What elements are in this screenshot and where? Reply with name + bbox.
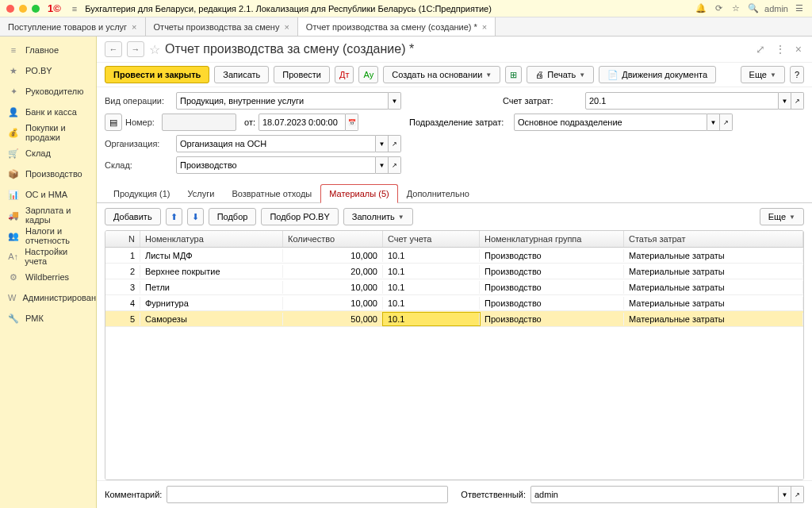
write-button[interactable]: Записать <box>214 66 269 83</box>
sidebar-item[interactable]: A↑Настройки учета <box>0 246 96 267</box>
menu-icon[interactable]: ☰ <box>793 3 806 13</box>
subtab[interactable]: Материалы (5) <box>320 184 397 203</box>
sidebar-item[interactable]: 💰Покупки и продажи <box>0 122 96 143</box>
more-icon[interactable]: ⋮ <box>772 43 788 56</box>
calendar-icon[interactable]: 📅 <box>346 114 358 131</box>
from-label: от: <box>239 117 255 127</box>
pick-poby-button[interactable]: Подбор PO.BY <box>261 208 338 225</box>
open-icon[interactable]: ↗ <box>791 486 804 503</box>
help-button[interactable]: ? <box>790 66 804 83</box>
dropdown-icon[interactable]: ▼ <box>376 156 389 174</box>
document-tab[interactable]: Отчеты производства за смену× <box>146 17 298 36</box>
movements-button[interactable]: 📄 Движения документа <box>599 66 716 83</box>
grid-toolbar: Добавить ⬆ ⬇ Подбор Подбор PO.BY Заполни… <box>97 203 812 230</box>
org-input[interactable]: Организация на ОСН <box>176 135 376 152</box>
wh-input[interactable]: Производство <box>176 156 376 174</box>
sidebar-item[interactable]: WАдминистрирование <box>0 287 96 308</box>
sidebar-item[interactable]: 🛒Склад <box>0 143 96 164</box>
print-button[interactable]: 🖨 Печать▼ <box>527 66 594 83</box>
sidebar-item[interactable]: ✦Руководителю <box>0 81 96 102</box>
subtab[interactable]: Дополнительно <box>398 184 478 202</box>
close-tab-icon[interactable]: × <box>132 22 136 32</box>
materials-grid: N Номенклатура Количество Счет учета Ном… <box>105 230 804 480</box>
ay-ky-icon[interactable]: Ау <box>358 66 378 83</box>
table-row[interactable]: 5Саморезы50,00010.1ПроизводствоМатериаль… <box>105 311 803 327</box>
sidebar-item[interactable]: 👤Банк и касса <box>0 102 96 122</box>
document-tab[interactable]: Отчет производства за смену (создание) *… <box>298 17 496 36</box>
fill-button[interactable]: Заполнить▼ <box>343 208 413 225</box>
user-label[interactable]: admin <box>764 4 788 13</box>
table-row[interactable]: 3Петли10,00010.1ПроизводствоМатериальные… <box>105 279 803 295</box>
favorite-icon[interactable]: ☆ <box>149 42 160 57</box>
dropdown-icon[interactable]: ▼ <box>779 92 791 110</box>
col-qty[interactable]: Количество <box>283 231 383 247</box>
subtab[interactable]: Возвратные отходы <box>223 184 320 202</box>
create-based-button[interactable]: Создать на основании▼ <box>383 66 500 83</box>
grid-body[interactable]: 1Листы МДФ10,00010.1ПроизводствоМатериал… <box>105 248 803 479</box>
back-button[interactable]: ← <box>105 41 122 57</box>
form-footer: Комментарий: Ответственный: admin ▼ ↗ <box>97 480 812 508</box>
pick-button[interactable]: Подбор <box>209 208 257 225</box>
table-row[interactable]: 2Верхнее покрытие20,00010.1ПроизводствоМ… <box>105 264 803 279</box>
close-tab-icon[interactable]: × <box>482 22 487 32</box>
op-input[interactable]: Продукция, внутренние услуги <box>176 92 389 110</box>
open-icon[interactable]: ↗ <box>389 135 401 152</box>
col-nom[interactable]: Номенклатура <box>140 231 283 247</box>
subtab[interactable]: Продукция (1) <box>105 184 179 202</box>
move-up-button[interactable]: ⬆ <box>166 208 182 225</box>
mac-max-icon[interactable] <box>32 5 40 13</box>
dept-input[interactable]: Основное подразделение <box>514 114 707 131</box>
dropdown-icon[interactable]: ▼ <box>707 114 720 131</box>
col-acc[interactable]: Счет учета <box>383 231 480 247</box>
dt-kt-icon[interactable]: Дт <box>335 66 354 83</box>
resp-input[interactable]: admin <box>530 486 779 503</box>
close-tab-icon[interactable]: × <box>284 22 289 32</box>
mac-close-icon[interactable] <box>6 5 14 13</box>
sidebar-item[interactable]: 🚚Зарплата и кадры <box>0 205 96 225</box>
date-input[interactable]: 18.07.2023 0:00:00 <box>259 114 346 131</box>
dropdown-icon[interactable]: ▼ <box>389 92 401 110</box>
comment-input[interactable] <box>167 486 448 503</box>
star-icon[interactable]: ☆ <box>730 3 742 13</box>
col-n[interactable]: N <box>105 231 140 247</box>
sidebar-item[interactable]: 📊ОС и НМА <box>0 184 96 205</box>
dropdown-icon[interactable]: ▼ <box>376 135 389 152</box>
sidebar-item[interactable]: ≡Главное <box>0 40 96 60</box>
col-cost[interactable]: Статья затрат <box>624 231 803 247</box>
search-icon[interactable]: 🔍 <box>747 3 760 13</box>
number-input[interactable] <box>162 114 236 131</box>
move-down-button[interactable]: ⬇ <box>187 208 204 225</box>
open-icon[interactable]: ↗ <box>389 156 401 174</box>
post-and-close-button[interactable]: Провести и закрыть <box>105 66 209 83</box>
post-button[interactable]: Провести <box>274 66 330 83</box>
open-icon[interactable]: ↗ <box>791 92 804 110</box>
col-grp[interactable]: Номенклатурная группа <box>480 231 624 247</box>
forward-button[interactable]: → <box>127 41 144 57</box>
hamburger-icon[interactable]: ≡ <box>72 4 77 13</box>
doc-icon[interactable]: ▤ <box>105 114 122 131</box>
sidebar-item[interactable]: ⚙Wildberries <box>0 267 96 287</box>
sidebar-item[interactable]: 🔧РМК <box>0 308 96 329</box>
open-icon[interactable]: ↗ <box>720 114 733 131</box>
more-button[interactable]: Еще▼ <box>741 66 785 83</box>
mac-min-icon[interactable] <box>19 5 27 13</box>
sidebar-icon: 🚚 <box>8 210 19 221</box>
add-button[interactable]: Добавить <box>105 208 161 225</box>
document-tab[interactable]: Поступление товаров и услуг× <box>0 17 146 36</box>
table-row[interactable]: 4Фурнитура10,00010.1ПроизводствоМатериал… <box>105 295 803 311</box>
dropdown-icon[interactable]: ▼ <box>779 486 791 503</box>
sidebar-item[interactable]: 📦Производство <box>0 164 96 184</box>
grid-more-button[interactable]: Еще▼ <box>760 208 804 225</box>
grid-header: N Номенклатура Количество Счет учета Ном… <box>105 231 803 248</box>
history-icon[interactable]: ⟳ <box>712 3 725 13</box>
subtab[interactable]: Услуги <box>179 184 224 202</box>
sidebar-item[interactable]: ★PO.BY <box>0 60 96 81</box>
bell-icon[interactable]: 🔔 <box>695 3 707 13</box>
excel-icon[interactable]: ⊞ <box>505 66 522 83</box>
cost-acc-input[interactable]: 20.1 <box>585 92 779 110</box>
dept-label: Подразделение затрат: <box>409 117 511 127</box>
table-row[interactable]: 1Листы МДФ10,00010.1ПроизводствоМатериал… <box>105 248 803 264</box>
close-icon[interactable]: × <box>793 43 804 56</box>
sidebar-item[interactable]: 👥Налоги и отчетность <box>0 225 96 246</box>
link-icon[interactable]: ⤢ <box>753 43 768 56</box>
